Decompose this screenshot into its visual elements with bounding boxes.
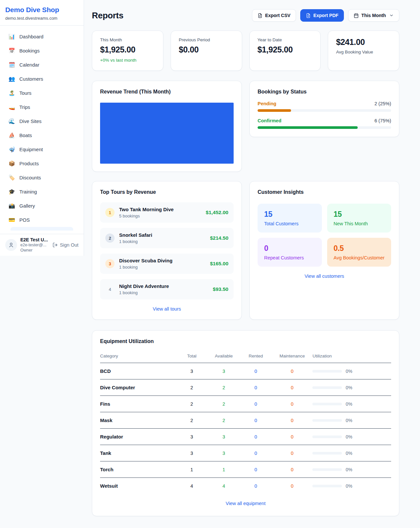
view-all-customers-link[interactable]: View all customers [258,274,391,279]
sidebar-item-label: Bookings [19,48,40,53]
column-header-utilization: Utilization [312,349,391,363]
sign-out-button[interactable]: Sign Out [52,242,78,248]
equipment-table: Category Total Available Rented Maintena… [100,349,391,494]
insight-grid: 15 Total Customers 15 New This Month 0 R… [258,204,391,267]
tour-bookings: 1 booking [119,239,205,244]
speedboat-icon: 🚤 [9,104,15,110]
sidebar-item-customers[interactable]: 👥 Customers [5,72,78,86]
sidebar-item-label: Boats [19,132,32,138]
tour-revenue: $1,452.00 [206,210,228,215]
sidebar-nav: 📊 Dashboard 📅 Bookings 🗓️ Calendar 👥 Cus… [0,26,84,234]
rank-badge: 4 [105,285,115,294]
utilization-bar [312,370,342,373]
view-all-equipment-link[interactable]: View all equipment [100,501,391,506]
utilization-pct: 0% [346,385,352,390]
cell-available: 3 [208,363,240,379]
utilization-bar [312,485,342,487]
export-pdf-button[interactable]: Export PDF [300,9,344,22]
sidebar-item-dashboard[interactable]: 📊 Dashboard [5,30,78,44]
sidebar-item-discounts[interactable]: 🏷️ Discounts [5,171,78,185]
stat-value: $0.00 [179,45,234,54]
cell-maintenance: 0 [272,363,312,379]
sidebar-item-dive-sites[interactable]: 🌊 Dive Sites [5,114,78,128]
cell-rented: 0 [240,445,272,461]
tour-name: Discover Scuba Diving [119,258,205,263]
sidebar-item-label: Products [19,161,39,166]
sidebar-item-trips[interactable]: 🚤 Trips [5,100,78,114]
insight-value: 0 [264,244,315,253]
cell-category: BCD [100,363,176,379]
equipment-utilization-card: Equipment Utilization Category Total Ava… [92,330,399,516]
insight-value: 0.5 [334,244,385,253]
stat-value: $241.00 [336,37,391,47]
rank-badge: 3 [105,259,115,268]
period-dropdown[interactable]: This Month [348,9,399,22]
utilization-cell: 0% [312,483,391,489]
sidebar-item-boats[interactable]: ⛵ Boats [5,128,78,142]
stat-delta: +0% vs last month [100,58,155,63]
main-content: Reports Export CSV Export PDF This Month [84,0,420,528]
page-title: Reports [92,10,123,21]
island-icon: 🏝️ [9,90,15,96]
cell-rented: 0 [240,429,272,445]
page-header: Reports Export CSV Export PDF This Month [92,9,399,22]
utilization-bar [312,436,342,438]
status-count: 2 (25%) [374,101,391,106]
cell-maintenance: 0 [272,478,312,494]
sidebar-item-reports-partial[interactable] [10,227,73,231]
top-tours-title: Top Tours by Revenue [100,189,234,195]
tour-revenue: $165.00 [210,261,228,267]
column-header-maintenance: Maintenance [272,349,312,363]
export-csv-label: Export CSV [265,13,290,18]
header-actions: Export CSV Export PDF This Month [252,9,399,22]
tour-revenue: $93.50 [213,286,228,292]
cell-rented: 0 [240,363,272,379]
cell-total: 2 [176,396,208,412]
cell-rented: 0 [240,396,272,412]
sidebar-item-equipment[interactable]: 🤿 Equipment [5,142,78,156]
stat-label: Avg Booking Value [336,50,391,54]
sidebar-item-bookings[interactable]: 📅 Bookings [5,44,78,58]
table-header-row: Category Total Available Rented Maintena… [100,349,391,363]
utilization-bar [312,419,342,422]
user-name: E2E Test U... [20,237,49,243]
customer-insights-card: Customer Insights 15 Total Customers 15 … [249,181,399,320]
tour-name: Two Tank Morning Dive [119,207,201,212]
status-label: Pending [258,101,276,106]
cell-rented: 0 [240,379,272,396]
stat-label: Previous Period [179,37,234,42]
export-csv-button[interactable]: Export CSV [252,9,296,22]
sidebar-item-pos[interactable]: 💳 POS [5,213,78,227]
cell-category: Tank [100,445,176,461]
sidebar: Demo Dive Shop demo.test.divestreams.com… [0,0,84,256]
utilization-pct: 0% [346,418,352,423]
sidebar-item-label: Discounts [19,175,41,180]
tour-revenue: $214.50 [210,235,228,241]
insights-row: Top Tours by Revenue 1 Two Tank Morning … [92,181,399,320]
tour-list: 1 Two Tank Morning Dive 5 bookings $1,45… [100,202,234,299]
cell-category: Torch [100,461,176,478]
revenue-trend-title: Revenue Trend (This Month) [100,89,234,95]
customer-insights-title: Customer Insights [258,189,391,195]
sidebar-item-tours[interactable]: 🏝️ Tours [5,86,78,100]
graduation-cap-icon: 🎓 [9,189,15,195]
cell-available: 2 [208,412,240,429]
sign-out-icon [52,242,58,248]
cell-rented: 0 [240,461,272,478]
sidebar-item-gallery[interactable]: 📸 Gallery [5,199,78,213]
tour-bookings: 1 booking [119,290,208,295]
revenue-trend-chart [100,103,234,164]
cell-total: 4 [176,478,208,494]
tour-main: Discover Scuba Diving 1 booking [119,258,205,270]
sidebar-item-training[interactable]: 🎓 Training [5,185,78,199]
shop-domain: demo.test.divestreams.com [5,16,78,21]
view-all-tours-link[interactable]: View all tours [100,306,234,312]
cell-category: Regulator [100,429,176,445]
sidebar-item-label: Training [19,189,37,194]
stat-card-previous-period: Previous Period $0.00 [171,30,242,71]
tag-icon: 🏷️ [9,174,15,181]
sidebar-item-products[interactable]: 📦 Products [5,156,78,171]
table-row: Mask 2 2 0 0 0% [100,412,391,429]
credit-card-icon: 💳 [9,217,15,223]
sidebar-item-calendar[interactable]: 🗓️ Calendar [5,58,78,72]
